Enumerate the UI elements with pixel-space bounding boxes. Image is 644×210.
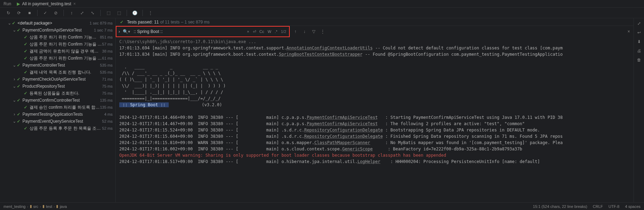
test-toolbar: ↻ ⟳ ■ ✓ ⊘ ↕ ⤢ ⤡ ⬚ ⬚ 🕘 ⋮ xyxy=(0,8,644,18)
print-icon[interactable]: 🖨 xyxy=(637,48,641,53)
clear-all-icon[interactable]: 🗑 xyxy=(637,57,641,62)
chevron-icon[interactable]: ⌄ xyxy=(12,28,17,33)
scroll-end-icon[interactable]: ⬇ xyxy=(637,39,641,44)
test-duration: 851 ms xyxy=(100,35,115,39)
prev-match-icon[interactable]: ↑ xyxy=(293,29,298,34)
tests-passed-bar: ✓ Tests passed: 11 of 11 tests – 1 sec 8… xyxy=(116,18,633,26)
test-node[interactable]: ✓결제 금액이 유효하지 않을 경우 예외가 발생38 ms xyxy=(0,48,115,55)
test-name: 상품 주문 하기 위한 Confirm 기능을 실행시 xyxy=(29,34,100,40)
test-duration: 75 ms xyxy=(102,84,115,88)
test-node[interactable]: ⌄✓PaymentControllerTest535 ms xyxy=(0,62,115,69)
console-output[interactable]: C:\Users\syh80\.jdks\corretto-17.0.11\bi… xyxy=(116,37,633,202)
run-label: Run xyxy=(4,1,11,6)
chevron-icon[interactable]: ⌄ xyxy=(12,84,17,89)
check-icon: ✓ xyxy=(24,56,27,61)
expand-icon[interactable]: ⤢ xyxy=(79,9,86,16)
export-icon[interactable]: ⬚ xyxy=(115,9,122,16)
test-node[interactable]: ✓상품 주문 하기 위한 Confirm 기능을 실행시 261 ms xyxy=(0,55,115,62)
test-node[interactable]: ✓결제 승인 confirm 처리를 하도록 합니다.135 ms xyxy=(0,104,115,111)
test-duration: 4 ms xyxy=(104,112,115,116)
search-highlight: :: Spring Boot :: xyxy=(119,102,169,107)
close-icon[interactable]: × xyxy=(73,1,76,6)
collapse-icon[interactable]: ⤡ xyxy=(89,9,96,16)
line-sep[interactable]: CRLF xyxy=(593,204,603,209)
check-icon: ✓ xyxy=(24,105,27,110)
cursor-position[interactable]: 15:1 (524 chars, 22 line breaks) xyxy=(533,204,587,209)
nl-icon[interactable]: ⏎ xyxy=(253,29,256,34)
indent[interactable]: 4 spaces xyxy=(625,204,640,209)
chevron-icon[interactable]: ⌄ xyxy=(12,98,17,103)
test-node[interactable]: ⌄✓<default package>1 sec 879 ms xyxy=(0,20,115,27)
test-duration: 535 ms xyxy=(100,70,115,74)
rerun-failed-icon[interactable]: ⟳ xyxy=(15,9,22,16)
regex-toggle[interactable]: .* xyxy=(275,29,277,34)
check-icon: ✓ xyxy=(24,35,27,40)
more-icon[interactable]: ⋮ xyxy=(147,9,154,16)
test-node[interactable]: ›✓PaymentCheckOutApiServiceTest71 ms xyxy=(0,76,115,83)
check-icon: ✓ xyxy=(17,63,20,68)
tests-passed-label: Tests passed: xyxy=(127,20,153,25)
test-duration: 135 ms xyxy=(100,98,115,102)
test-node[interactable]: ✓상품 주문 등록 후 주문 한 목록을 조회 합니다52 ms xyxy=(0,125,115,132)
test-node[interactable]: ✓상품 주문 하기 위한 Confirm 기능을 실행 합니57 ms xyxy=(0,41,115,48)
chevron-icon[interactable]: › xyxy=(12,112,17,117)
chevron-icon[interactable]: › xyxy=(12,77,17,82)
test-name: 상품 주문 하기 위한 Confirm 기능을 실행 합니 xyxy=(29,41,102,47)
test-duration: 52 ms xyxy=(102,119,115,123)
search-count: 1/2 xyxy=(281,29,286,34)
test-name: PaymentEventQueryServiceTest xyxy=(22,119,102,124)
status-bar: ment_testing› ▮src› ▮test› ▮java 15:1 (5… xyxy=(0,202,644,210)
test-duration: 71 ms xyxy=(102,77,115,81)
test-node[interactable]: ⌄✓PaymentConfirmApiServiceTest1 sec 7 ms xyxy=(0,27,115,34)
check-icon: ✓ xyxy=(17,84,20,89)
expand-gutter-icon[interactable]: ⤢ xyxy=(637,21,641,26)
more-search-icon[interactable]: ⋮ xyxy=(320,29,326,34)
test-node[interactable]: ⌄✓PaymentConfirmControllerTest135 ms xyxy=(0,97,115,104)
test-duration: 1 sec 7 ms xyxy=(94,28,115,32)
check-icon: ✓ xyxy=(24,126,27,131)
sort-icon[interactable]: ↕ xyxy=(68,9,75,16)
test-name: 상품 주문 하기 위한 Confirm 기능을 실행시 2 xyxy=(29,55,102,61)
rerun-icon[interactable]: ↻ xyxy=(5,9,12,16)
match-case-toggle[interactable]: Cc xyxy=(260,29,264,34)
tests-time: – 1 sec 879 ms xyxy=(181,20,209,25)
test-node[interactable]: ›✓PaymentTestingApplicationTests4 ms xyxy=(0,111,115,118)
test-node[interactable]: ✓결제 내역 목록 조회 진행 합니다.535 ms xyxy=(0,69,115,76)
test-name: 등록된 상품들을 조회한다. xyxy=(29,90,102,96)
test-duration: 1 sec 879 ms xyxy=(90,21,115,25)
chevron-icon[interactable]: ⌄ xyxy=(12,63,17,68)
test-duration: 535 ms xyxy=(100,63,115,67)
stop-icon[interactable]: ■ xyxy=(26,9,33,16)
clear-icon[interactable]: × xyxy=(247,29,249,34)
history-icon[interactable]: 🕘 xyxy=(131,9,138,16)
close-search-icon[interactable]: × xyxy=(628,29,630,34)
show-ignored-icon[interactable]: ⊘ xyxy=(52,9,59,16)
chevron-icon[interactable]: ⌄ xyxy=(12,119,17,124)
check-icon: ✓ xyxy=(24,49,27,54)
test-name: PaymentControllerTest xyxy=(22,63,100,68)
next-match-icon[interactable]: ↓ xyxy=(302,29,307,34)
test-duration: 75 ms xyxy=(102,91,115,95)
chevron-icon[interactable]: ⌄ xyxy=(7,21,12,26)
filter-icon[interactable]: ▽ xyxy=(311,29,316,34)
check-icon: ✓ xyxy=(17,28,20,33)
test-node[interactable]: ✓등록된 상품들을 조회한다.75 ms xyxy=(0,90,115,97)
check-icon: ✓ xyxy=(24,91,27,96)
test-node[interactable]: ⌄✓PaymentEventQueryServiceTest52 ms xyxy=(0,118,115,125)
import-icon[interactable]: ⬚ xyxy=(105,9,112,16)
search-input[interactable] xyxy=(134,29,243,34)
test-node[interactable]: ⌄✓ProductRepositoryTest75 ms xyxy=(0,83,115,90)
run-config-tab[interactable]: ▶ All in payment_testing.test × xyxy=(14,1,79,6)
encoding[interactable]: UTF-8 xyxy=(609,204,619,209)
check-icon: ✓ xyxy=(24,42,27,47)
folder-icon: ▮ xyxy=(56,204,58,209)
test-node[interactable]: ✓상품 주문 하기 위한 Confirm 기능을 실행시851 ms xyxy=(0,34,115,41)
tests-total: of 11 tests xyxy=(160,20,180,25)
tests-passed-count: 11 xyxy=(154,20,159,25)
check-icon: ✓ xyxy=(17,98,20,103)
test-tree[interactable]: ⌄✓<default package>1 sec 879 ms⌄✓Payment… xyxy=(0,18,116,202)
words-toggle[interactable]: W xyxy=(268,29,271,34)
show-passed-icon[interactable]: ✓ xyxy=(42,9,49,16)
breadcrumb[interactable]: ment_testing› ▮src› ▮test› ▮java xyxy=(4,204,67,209)
soft-wrap-icon[interactable]: ↩ xyxy=(637,30,641,35)
